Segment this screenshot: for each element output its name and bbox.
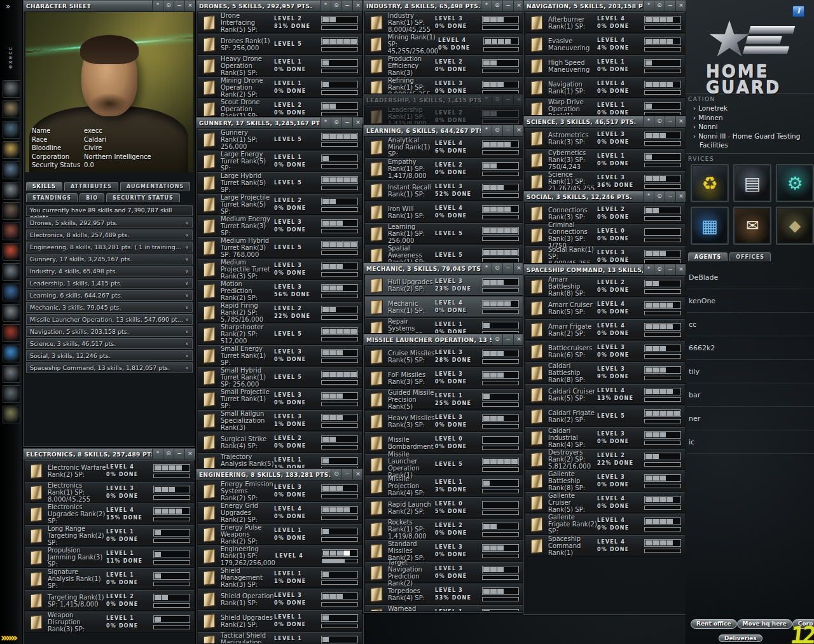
neocom-icon[interactable] [3, 345, 20, 362]
minimize-icon[interactable]: − [341, 469, 352, 480]
reprocessing-plant-icon[interactable]: ♻ [691, 164, 729, 202]
minimize-icon[interactable]: − [341, 1, 352, 11]
close-icon[interactable]: × [352, 118, 363, 128]
info-icon[interactable]: i [792, 6, 804, 17]
window-titlebar[interactable]: ENGINEERING, 8 SKILLS, 183,281 PTS. ( 1 … [197, 469, 363, 481]
close-icon[interactable]: × [675, 264, 686, 275]
tab-skills[interactable]: SKILLS [26, 182, 62, 191]
expand-sidebar-icon[interactable]: » [6, 2, 10, 11]
window-titlebar[interactable]: LEARNING, 6 SKILLS, 644,267 PTS.*⊙−× [364, 125, 524, 137]
skill-row[interactable]: Amarr Cruiser Rank(5) SP:LEVEL 40% DONE [525, 298, 685, 319]
skill-row[interactable]: Gunnery Rank(1) SP: 256,000LEVEL 5 [198, 129, 362, 150]
pin-icon[interactable]: * [643, 264, 654, 275]
skill-row[interactable]: Medium Hybrid Turret Rank(3) SP: 768,000… [198, 237, 362, 258]
skill-row[interactable]: Destroyers Rank(2) SP: 5,812/16,000LEVEL… [525, 449, 685, 470]
laboratory-icon[interactable]: ▦ [691, 207, 729, 245]
window-titlebar[interactable]: NAVIGATION, 5 SKILLS, 203,158 PTS.*⊙−× [524, 1, 686, 12]
skill-row[interactable]: Cybernetics Rank(3) SP: 750/4,243LEVEL 1… [525, 149, 685, 170]
agent-list-item[interactable]: bar [687, 383, 814, 407]
window-titlebar[interactable]: SCIENCE, 3 SKILLS, 46,517 PTS.*⊙−× [524, 116, 686, 128]
skill-row[interactable]: Battlecruisers Rank(6) SP:LEVEL 30% DONE [525, 341, 685, 362]
close-icon[interactable]: × [513, 334, 524, 345]
skill-row[interactable]: Caldari Battleship Rank(8) SP:LEVEL 39% … [525, 362, 685, 383]
neocom-icon[interactable] [3, 304, 20, 322]
skill-category-row[interactable]: Engineering, 8 skills, 183,281 pts. ( 1 … [26, 242, 193, 252]
pin-icon[interactable]: * [643, 191, 654, 202]
close-icon[interactable]: × [675, 1, 686, 11]
minimize-icon[interactable]: − [665, 1, 675, 11]
pin-icon[interactable]: * [643, 1, 654, 11]
minimize-icon[interactable]: − [502, 263, 513, 274]
pin-icon[interactable]: * [481, 125, 492, 136]
tab-offices[interactable]: OFFICES [729, 252, 771, 261]
skill-row[interactable]: Refining Rank(1) SP: 8,000/45,255LEVEL 3… [365, 77, 523, 93]
minimize-icon[interactable]: − [341, 118, 352, 128]
skill-row[interactable]: Astrometrics Rank(3) SP:LEVEL 30% DONE [525, 128, 685, 149]
neocom-icon[interactable] [3, 141, 20, 159]
skill-row[interactable]: Learning Rank(1) SP: 256,000LEVEL 5 [365, 223, 523, 244]
close-icon[interactable]: × [184, 1, 195, 11]
tab-attributes[interactable]: ATTRIBUTES [64, 182, 118, 191]
skill-row[interactable]: Caldari Cruiser Rank(5) SP:LEVEL 413% DO… [525, 384, 685, 405]
skill-row[interactable]: Amarr Battleship Rank(8) SP:LEVEL 20% DO… [525, 276, 685, 297]
neocom-icon[interactable] [3, 385, 20, 403]
minimize-icon[interactable]: − [502, 1, 513, 11]
skill-category-row[interactable]: Navigation, 5 skills, 203,158 pts.» [26, 326, 193, 337]
minimize-icon[interactable]: − [665, 264, 675, 275]
more-chevrons-icon[interactable]: »»» [1, 631, 16, 644]
agent-list-item[interactable]: ner [687, 407, 814, 430]
skill-row[interactable]: Electronic Warfare Rank(2) SP:LEVEL 40% … [25, 460, 194, 481]
help-icon[interactable]: ⊙ [331, 118, 341, 128]
skill-row[interactable]: Production Efficiency Rank(3)LEVEL 20% D… [365, 55, 523, 76]
tab-bio[interactable]: BIO [79, 193, 104, 202]
skill-row[interactable]: Guided Missile Precision Rank(5)LEVEL 12… [365, 389, 523, 410]
help-icon[interactable]: ⊙ [654, 1, 665, 11]
window-titlebar[interactable]: SOCIAL, 3 SKILLS, 12,246 PTS.*⊙−× [524, 191, 686, 203]
skill-row[interactable]: Target Navigation Prediction Rank(2)LEVE… [365, 562, 523, 583]
skill-row[interactable]: Missile Projection Rank(4) SP:LEVEL 13% … [365, 476, 523, 497]
skill-row[interactable]: Spatial Awareness Rank(1) SP:LEVEL 5 [365, 245, 523, 262]
skill-row[interactable]: Engineering Rank(1) SP: 179,262/256,000L… [198, 545, 362, 566]
help-icon[interactable]: ⊙ [492, 1, 502, 11]
skill-row[interactable]: Medium Projectile Turret Rank(3) SP:LEVE… [198, 259, 362, 280]
minimize-icon[interactable]: − [502, 125, 513, 136]
skill-row[interactable]: Empathy Rank(1) SP: 1,417/8,000LEVEL 20%… [365, 158, 523, 179]
help-icon[interactable]: ⊙ [492, 334, 502, 345]
skill-category-row[interactable]: Gunnery, 17 skills, 3,245,167 pts.» [26, 254, 193, 264]
skill-row[interactable]: Caldari Industrial Rank(4) SP:LEVEL 30% … [525, 427, 685, 448]
neocom-icon[interactable] [3, 202, 20, 220]
skill-category-row[interactable]: Electronics, 8 skills, 257,489 pts.» [26, 230, 193, 240]
pin-icon[interactable]: * [643, 116, 654, 127]
skill-row[interactable]: Drone Interfacing Rank(5) SP:LEVEL 281% … [198, 12, 362, 33]
skill-row[interactable]: Social Rank(1) SP: 8,000/45,255LEVEL 30%… [525, 246, 685, 263]
skill-row[interactable]: Hull Upgrades Rank(2) SP:LEVEL 323% DONE [365, 275, 523, 296]
skill-row[interactable]: Targeting Rank(1) SP: 1,415/8,000LEVEL 2… [25, 590, 194, 611]
skill-row[interactable]: Signature Analysis Rank(1) SP:LEVEL 10% … [25, 568, 194, 589]
window-titlebar[interactable]: MISSILE LAUNCHER OPERATION, 13 SKILLS, 5… [364, 334, 524, 346]
minimize-icon[interactable]: − [174, 449, 184, 460]
skill-row[interactable]: Criminal Connections Rank(3) SP: 1/750LE… [525, 224, 685, 245]
tab-agents[interactable]: AGENTS [688, 252, 728, 261]
pin-icon[interactable]: * [481, 263, 492, 274]
close-icon[interactable]: × [513, 125, 524, 136]
skill-row[interactable]: Small Projectile Turret Rank(1) SP:LEVEL… [198, 388, 362, 409]
skill-category-row[interactable]: Industry, 4 skills, 65,498 pts.» [26, 266, 193, 277]
skill-row[interactable]: Small Hybrid Turret Rank(1) SP: 256,000L… [198, 367, 362, 388]
skill-row[interactable]: Shield Operation Rank(1) SP:LEVEL 30% DO… [198, 589, 362, 610]
skill-row[interactable]: Energy Pulse Weapons Rank(2) SP:LEVEL 10… [198, 524, 362, 545]
skill-row[interactable]: Small Railgun Specialization Rank(3)LEVE… [198, 410, 362, 431]
minimize-icon[interactable]: − [502, 95, 513, 106]
skill-row[interactable]: Warhead Upgrades Rank(5) SP:LEVEL 10% DO… [365, 605, 523, 611]
tab-standings[interactable]: STANDINGS [26, 193, 78, 202]
minimize-icon[interactable]: − [502, 334, 513, 345]
skill-row[interactable]: Motion Prediction Rank(2) SP:LEVEL 356% … [198, 280, 362, 301]
skill-row[interactable]: Energy Grid Upgrades Rank(2) SP:LEVEL 40… [198, 502, 362, 523]
skill-row[interactable]: Gallente Frigate Rank(2) SP:LEVEL 40% DO… [525, 514, 685, 535]
close-icon[interactable]: × [675, 116, 686, 127]
close-icon[interactable]: × [352, 1, 363, 11]
skill-row[interactable]: FoF Missiles Rank(3) SP:LEVEL 30% DONE [365, 367, 523, 388]
skill-row[interactable]: Mechanic Rank(1) SP:LEVEL 40% DONE [365, 296, 523, 317]
help-icon[interactable]: ⊙ [331, 469, 341, 480]
skill-row[interactable]: Large Energy Turret Rank(5) SP:LEVEL 10%… [198, 151, 362, 172]
neocom-icon[interactable] [3, 243, 20, 261]
